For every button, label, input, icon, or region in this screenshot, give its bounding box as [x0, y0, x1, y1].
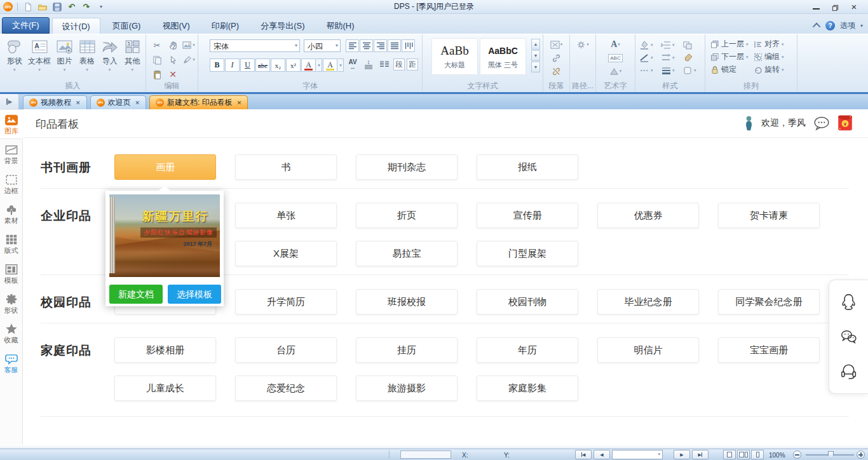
- new-document-button[interactable]: [22, 1, 34, 12]
- shapes-tool-button[interactable]: 形状▾: [4, 37, 25, 72]
- view-mode-3-button[interactable]: [751, 450, 764, 459]
- cut-icon[interactable]: ✂: [149, 38, 165, 52]
- line-spacing-button[interactable]: ↕: [362, 60, 376, 69]
- format-underline-button[interactable]: U: [240, 58, 255, 72]
- format-brush-button[interactable]: [682, 51, 702, 64]
- import-tool-button[interactable]: 导入▾: [99, 37, 121, 72]
- zoom-in-button[interactable]: [857, 450, 865, 459]
- line-weight-button[interactable]: ▾: [661, 64, 682, 77]
- minimize-button[interactable]: [811, 3, 821, 11]
- product-button[interactable]: 贺卡请柬: [718, 203, 820, 228]
- arrange-lock-button[interactable]: 锁定: [710, 64, 749, 75]
- menu-tab-5[interactable]: 分享导出(S): [251, 18, 314, 34]
- style-scroll-up-button[interactable]: ▲: [531, 39, 540, 50]
- view-mode-1-button[interactable]: [723, 450, 736, 459]
- justify-button[interactable]: [388, 39, 401, 52]
- wordart-style-button[interactable]: A▾: [611, 39, 620, 50]
- text-style-preset-2[interactable]: AaBbC黑体 三号: [480, 38, 526, 75]
- sidebar-item-shape[interactable]: 形状: [0, 288, 22, 318]
- arrow-style-button[interactable]: ▾: [661, 51, 682, 64]
- product-button[interactable]: 家庭影集: [477, 375, 578, 401]
- product-button[interactable]: X展架: [235, 241, 337, 266]
- qq-icon[interactable]: [838, 292, 859, 313]
- options-dropdown-icon[interactable]: ▾: [860, 23, 863, 29]
- zoom-slider-thumb[interactable]: [828, 451, 834, 459]
- style-scroll-down-button[interactable]: ▼: [531, 50, 540, 61]
- wordart-abc-button[interactable]: ABC: [608, 53, 622, 63]
- doc-tab-1[interactable]: DPS欢迎页✕: [90, 95, 147, 109]
- textbox-tool-button[interactable]: A文本框▾: [27, 37, 53, 72]
- product-button[interactable]: 升学简历: [235, 289, 337, 315]
- next-page-button[interactable]: ▶: [674, 450, 690, 459]
- line-color-button[interactable]: ▾: [639, 51, 661, 64]
- font-family-select[interactable]: 宋体: [210, 39, 300, 52]
- format-bold-button[interactable]: B: [210, 58, 224, 72]
- font-size-select[interactable]: 小四: [304, 39, 341, 52]
- wordart-shape-button[interactable]: ▾: [609, 66, 622, 76]
- select-cursor-icon[interactable]: [165, 53, 180, 67]
- delete-icon[interactable]: ✕: [165, 67, 180, 81]
- menu-tab-2[interactable]: 页面(G): [103, 18, 151, 34]
- wechat-icon[interactable]: [838, 327, 859, 348]
- copy-style-button[interactable]: [682, 39, 702, 51]
- pan-hand-icon[interactable]: [165, 38, 180, 52]
- product-button[interactable]: 报纸: [477, 154, 578, 180]
- app-logo-icon[interactable]: DPS: [3, 2, 13, 11]
- product-button[interactable]: 明信片: [597, 337, 699, 363]
- highlight-color-button[interactable]: A: [323, 58, 337, 72]
- format-sup-button[interactable]: x²: [286, 58, 301, 72]
- font-color-dropdown-icon[interactable]: ▾: [316, 58, 322, 72]
- save-button[interactable]: [51, 1, 63, 12]
- doc-tab-2[interactable]: DPS新建文档: 印品看板✕: [149, 95, 248, 109]
- status-input[interactable]: [400, 450, 451, 459]
- distance-button[interactable]: 距: [407, 58, 418, 71]
- previous-page-button[interactable]: ◀: [593, 450, 610, 459]
- replace-image-icon[interactable]: ▾: [181, 38, 196, 52]
- product-button[interactable]: 恋爱纪念: [235, 375, 337, 401]
- copy-icon[interactable]: [149, 53, 165, 67]
- tab-close-icon[interactable]: ✕: [236, 100, 242, 106]
- arrange-rotate-button[interactable]: 旋转▾: [754, 64, 784, 75]
- undo-button[interactable]: ↶: [66, 1, 78, 12]
- menu-tab-4[interactable]: 印刷(P): [202, 18, 248, 34]
- zoom-out-button[interactable]: [793, 450, 801, 459]
- sidebar-item-layout[interactable]: 版式: [0, 229, 22, 259]
- product-button[interactable]: 易拉宝: [356, 241, 458, 266]
- style-gallery-more-button[interactable]: ▼: [531, 62, 540, 72]
- product-button[interactable]: 单张: [235, 203, 337, 228]
- options-button[interactable]: 选项: [840, 20, 855, 31]
- view-mode-2-button[interactable]: [737, 450, 750, 459]
- sidebar-item-border[interactable]: 边框: [0, 169, 22, 199]
- kerning-button[interactable]: AV↔: [346, 60, 360, 70]
- format-sub-button[interactable]: x₂: [271, 58, 285, 72]
- product-button[interactable]: 影楼相册: [114, 337, 216, 363]
- sidebar-item-material[interactable]: 素材: [0, 199, 22, 229]
- align-right-button[interactable]: [374, 39, 387, 52]
- product-button[interactable]: 门型展架: [477, 241, 578, 266]
- sidebar-item-favorite[interactable]: 收藏: [0, 318, 22, 348]
- menu-tab-3[interactable]: 视图(V): [153, 18, 199, 34]
- product-button[interactable]: 校园刊物: [477, 289, 578, 315]
- paste-icon[interactable]: [149, 67, 165, 81]
- arrange-send-backward-button[interactable]: 下一层▾: [710, 51, 749, 62]
- choose-template-button[interactable]: 选择模板: [168, 285, 221, 304]
- arrange-align-button[interactable]: 对齐▾: [754, 39, 784, 50]
- restore-button[interactable]: [830, 3, 840, 11]
- text-wrap-button[interactable]: ▾: [550, 39, 563, 50]
- fill-color-button[interactable]: ▾: [639, 39, 661, 51]
- tab-collapse-button[interactable]: ▶: [0, 94, 19, 109]
- product-button[interactable]: 期刊杂志: [356, 154, 458, 180]
- page-select[interactable]: [612, 450, 663, 459]
- other-tool-button[interactable]: 5其他▾: [121, 37, 143, 72]
- font-color-button[interactable]: A: [301, 58, 316, 72]
- album-cover-preview[interactable]: 新疆万里行 夕阳红快乐自驾游影像 2017 年7月: [109, 194, 220, 277]
- product-button[interactable]: 挂历: [356, 337, 458, 363]
- shape-effect-button[interactable]: ▾: [682, 64, 702, 77]
- arrange-group-button[interactable]: 编组▾: [754, 51, 784, 62]
- product-button[interactable]: 宝宝画册: [718, 337, 820, 363]
- product-button[interactable]: 画册: [114, 154, 216, 180]
- product-button[interactable]: 优惠券: [597, 203, 699, 228]
- format-strike-button[interactable]: abc: [255, 58, 270, 72]
- product-button[interactable]: 儿童成长: [114, 375, 216, 401]
- service-headset-icon[interactable]: [838, 361, 859, 382]
